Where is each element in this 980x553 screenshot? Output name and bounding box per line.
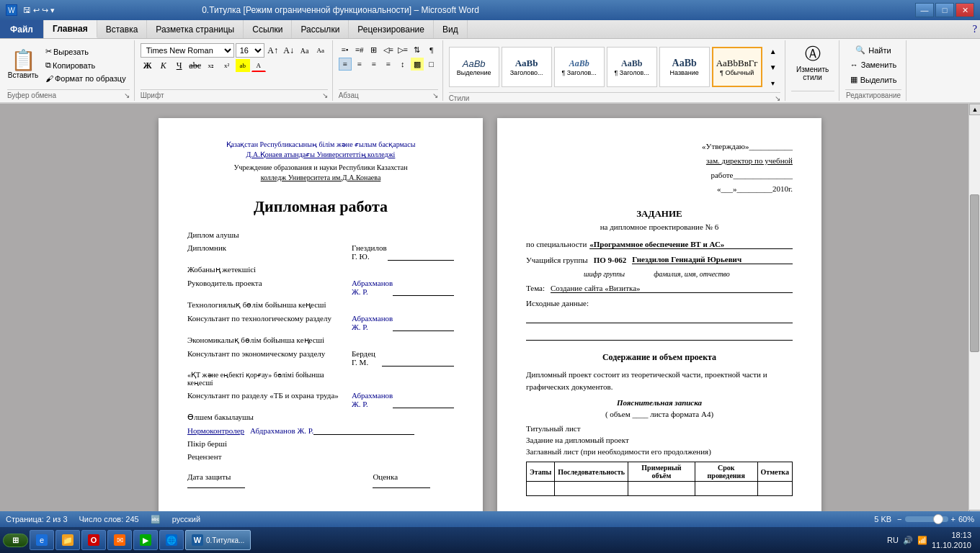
style-heading3[interactable]: AaBb ¶ Заголов... — [607, 47, 657, 87]
taskbar-browser2[interactable]: 🌐 — [159, 530, 184, 550]
tab-insert[interactable]: Вставка — [97, 20, 148, 38]
zoom-control[interactable]: − + 60% — [897, 515, 974, 523]
vertical-scrollbar[interactable]: ▲ ▼ — [968, 104, 980, 521]
styles-scroll-up[interactable]: ▲ — [766, 45, 780, 58]
cut-button[interactable]: ✂ Вырезать — [42, 45, 130, 58]
paragraph-group: ≡• ≡# ⊞ ◁≡ ▷≡ ⇅ ¶ ≡ ≡ ≡ ≡ ↕ ▩ □ Абзац ↘ — [334, 40, 443, 101]
increase-indent-button[interactable]: ▷≡ — [396, 43, 409, 56]
align-right-button[interactable]: ≡ — [368, 58, 380, 71]
tab-file[interactable]: Файл — [0, 20, 44, 38]
replace-button[interactable]: ↔ Заменить — [845, 58, 901, 71]
align-left-button[interactable]: ≡ — [339, 58, 352, 71]
style-heading2[interactable]: AaBb ¶ Заголов... — [554, 47, 605, 87]
sort-button[interactable]: ⇅ — [411, 43, 424, 56]
subscript-button[interactable]: x₂ — [204, 59, 218, 72]
minimize-button[interactable]: — — [915, 3, 934, 17]
item2: Задание на дипломный проект — [526, 436, 793, 444]
styles-expand[interactable]: ▾ — [766, 76, 780, 89]
taskbar-opera[interactable]: O — [81, 530, 106, 550]
styles-expand-icon[interactable]: ↘ — [775, 94, 780, 102]
scroll-thumb[interactable] — [970, 194, 979, 352]
italic-button[interactable]: К — [156, 59, 171, 72]
field-kt-kz: «ҚТ және еңбекті қорғау» бөлімі бойынша … — [187, 371, 454, 387]
taskbar-ie[interactable]: e — [30, 530, 54, 550]
data-row: Исходные данные: — [526, 299, 793, 341]
student-row: Учащийся группы ПО 9-062 Гнездилов Генна… — [526, 255, 793, 264]
strikethrough-button[interactable]: abc — [188, 59, 202, 72]
maximize-button[interactable]: □ — [935, 3, 954, 17]
zoom-thumb[interactable] — [933, 514, 943, 524]
file-size: 5 KВ — [874, 515, 891, 523]
paragraph-expand-icon[interactable]: ↘ — [432, 91, 438, 99]
tab-references[interactable]: Ссылки — [244, 20, 292, 38]
decrease-font-button[interactable]: A↓ — [282, 44, 296, 57]
find-button[interactable]: 🔍 Найти — [850, 43, 896, 57]
clipboard-expand-icon[interactable]: ↘ — [124, 91, 130, 99]
system-tray: RU 🔊 📶 18:13 11.10.2010 — [887, 530, 977, 551]
tab-mailings[interactable]: Рассылки — [292, 20, 349, 38]
paste-button[interactable]: 📋 Вставить — [7, 48, 39, 81]
grade-field: Оценка — [373, 472, 454, 490]
justify-button[interactable]: ≡ — [382, 58, 395, 71]
clock[interactable]: 18:13 11.10.2010 — [932, 530, 971, 551]
multilevel-button[interactable]: ⊞ — [368, 43, 380, 56]
taskbar-music[interactable]: ▶ — [133, 530, 158, 550]
decrease-indent-button[interactable]: ◁≡ — [382, 43, 395, 56]
replace-icon: ↔ — [850, 60, 858, 69]
styles-scroll-down[interactable]: ▼ — [766, 60, 780, 73]
editing-label-placeholder — [791, 91, 834, 101]
font-name-row: Times New Roman 16 A↑ A↓ Aa Aa — [141, 43, 328, 58]
show-marks-button[interactable]: ¶ — [425, 43, 438, 56]
style-title[interactable]: AaBb Название — [659, 47, 710, 87]
zoom-in-button[interactable]: + — [951, 515, 956, 523]
align-center-button[interactable]: ≡ — [353, 58, 366, 71]
copy-button[interactable]: ⧉ Копировать — [42, 59, 130, 71]
lang-tray[interactable]: RU — [887, 536, 899, 544]
scroll-track[interactable] — [969, 115, 980, 510]
superscript-button[interactable]: x² — [220, 59, 234, 72]
text-effects-button[interactable]: Aa — [313, 44, 328, 57]
change-styles-button[interactable]: Ⓐ Изменить стили — [791, 43, 834, 81]
font-color-button[interactable]: A — [251, 59, 266, 72]
help-icon[interactable]: ? — [973, 24, 977, 35]
field-normokontroler: Нормоконтролер Абдрахманов Ж. Р. — [187, 426, 454, 435]
word-task-label: 0.Титулка... — [206, 536, 244, 544]
style-normal[interactable]: AaBbВвГг ¶ Обычный — [712, 47, 762, 87]
scroll-up-button[interactable]: ▲ — [969, 104, 980, 115]
border-button[interactable]: □ — [425, 58, 438, 71]
select-button[interactable]: ▦ Выделить — [845, 73, 902, 86]
title-bar: W 🖫 ↩ ↪ ▾ 0.Титулка [Режим ограниченной … — [0, 0, 980, 20]
line-spacing-button[interactable]: ↕ — [396, 58, 409, 71]
tab-page-layout[interactable]: Разметка страницы — [147, 20, 244, 38]
numbering-button[interactable]: ≡# — [353, 43, 366, 56]
format-painter-button[interactable]: 🖌 Формат по образцу — [42, 73, 130, 84]
network-icon[interactable]: 📶 — [917, 536, 927, 545]
increase-font-button[interactable]: A↑ — [266, 44, 280, 57]
tab-view[interactable]: Вид — [434, 20, 468, 38]
taskbar-mail[interactable]: ✉ — [107, 530, 132, 550]
volume-icon[interactable]: 🔊 — [903, 536, 913, 545]
font-name-select[interactable]: Times New Roman — [141, 43, 234, 58]
tab-home[interactable]: Главная — [44, 20, 97, 38]
font-size-select[interactable]: 16 — [236, 43, 264, 58]
clear-format-button[interactable]: Aa — [298, 44, 312, 57]
shading-button[interactable]: ▩ — [411, 58, 424, 71]
zoom-out-button[interactable]: − — [897, 515, 901, 523]
style-heading1[interactable]: AaBb Заголово... — [502, 47, 552, 87]
word-icon: W — [192, 534, 203, 546]
bullets-button[interactable]: ≡• — [339, 43, 352, 56]
font-expand-icon[interactable]: ↘ — [322, 91, 328, 99]
taskbar-word-active[interactable]: W 0.Титулка... — [185, 530, 251, 550]
start-button[interactable]: ⊞ — [3, 534, 28, 547]
ie-icon: e — [36, 534, 48, 546]
bold-button[interactable]: Ж — [141, 59, 155, 72]
style-highlight[interactable]: AaBb Выделение — [449, 47, 499, 87]
highlight-button[interactable]: ab — [236, 59, 250, 72]
underline-button[interactable]: Ч — [172, 59, 187, 72]
taskbar-explorer[interactable]: 📁 — [55, 530, 80, 550]
field-zhobanyn: Жобаның жетекшісі — [187, 265, 454, 274]
tab-review[interactable]: Рецензирование — [349, 20, 434, 38]
zoom-slider[interactable] — [905, 516, 948, 522]
content-text: Дипломный проект состоит из теоретическо… — [526, 369, 793, 392]
close-button[interactable]: ✕ — [956, 3, 974, 17]
